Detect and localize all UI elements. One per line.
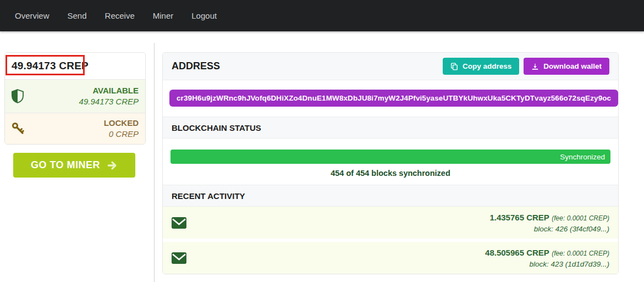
- download-icon: [531, 63, 539, 70]
- nav-item-logout[interactable]: Logout: [191, 7, 217, 25]
- activity-list: 1.435765 CREP (fee: 0.0001 CREP) block: …: [163, 207, 618, 274]
- balance-row: 49.94173 CREP: [5, 53, 145, 79]
- locked-label: LOCKED: [104, 118, 139, 129]
- go-to-miner-label: GO TO MINER: [31, 159, 100, 171]
- sync-caption: 454 of 454 blocks synchronized: [170, 169, 610, 178]
- envelope-icon: [172, 252, 186, 264]
- arrow-right-icon: [107, 160, 118, 171]
- available-value: 49.94173 CREP: [79, 96, 139, 107]
- activity-block: block: 426 (3f4cf049...): [489, 224, 609, 235]
- blockchain-section-header: BLOCKCHAIN STATUS: [163, 117, 618, 139]
- address-title: ADDRESS: [172, 60, 220, 72]
- copy-address-label: Copy address: [463, 62, 511, 70]
- activity-fee: (fee: 0.0001 CREP): [552, 250, 609, 257]
- activity-row[interactable]: 1.435765 CREP (fee: 0.0001 CREP) block: …: [163, 207, 618, 239]
- envelope-icon: [172, 217, 186, 229]
- activity-section-header: RECENT ACTIVITY: [163, 185, 618, 207]
- activity-row[interactable]: 48.505965 CREP (fee: 0.0001 CREP) block:…: [163, 242, 618, 274]
- wallet-summary-card: 49.94173 CREP AVAILABLE 49.94173 CREP: [4, 52, 146, 145]
- go-to-miner-button[interactable]: GO TO MINER: [13, 153, 135, 178]
- nav-item-receive[interactable]: Receive: [105, 7, 135, 25]
- copy-icon: [450, 63, 458, 70]
- download-wallet-button[interactable]: Download wallet: [524, 58, 609, 75]
- download-wallet-label: Download wallet: [543, 62, 602, 70]
- top-navbar: Overview Send Receive Miner Logout: [0, 0, 644, 31]
- copy-address-button[interactable]: Copy address: [443, 58, 519, 75]
- address-status-card: ADDRESS Copy address: [162, 52, 619, 274]
- activity-amount: 1.435765 CREP: [489, 213, 549, 222]
- activity-block: block: 423 (1d1d7d39...): [485, 259, 609, 270]
- nav-item-send[interactable]: Send: [68, 7, 87, 25]
- blockchain-title: BLOCKCHAIN STATUS: [172, 123, 261, 132]
- wallet-address-value[interactable]: cr39H6u9jzWRnc9hJVofq6DHiXZo4DnuE1MW8xDb…: [169, 90, 618, 107]
- activity-title: RECENT ACTIVITY: [172, 191, 245, 201]
- sync-progress-fill: Synchronized: [170, 150, 610, 164]
- locked-value: 0 CREP: [104, 129, 139, 140]
- address-body: cr39H6u9jzWRnc9hJVofq6DHiXZo4DnuE1MW8xDb…: [163, 80, 618, 117]
- key-icon: [12, 122, 28, 135]
- vertical-divider: [154, 43, 155, 282]
- activity-amount: 48.505965 CREP: [485, 248, 549, 257]
- nav-item-overview[interactable]: Overview: [15, 7, 49, 25]
- sync-progress-bar: Synchronized: [170, 150, 610, 164]
- shield-icon: [12, 89, 28, 103]
- sync-progress-label: Synchronized: [560, 153, 605, 161]
- nav-item-miner[interactable]: Miner: [153, 7, 174, 25]
- wallet-overview-page: Overview Send Receive Miner Logout 49.94…: [0, 0, 644, 282]
- available-funds-row: AVAILABLE 49.94173 CREP: [5, 79, 145, 113]
- locked-funds-row: LOCKED 0 CREP: [5, 113, 145, 144]
- available-label: AVAILABLE: [79, 85, 139, 96]
- blockchain-status-body: Synchronized 454 of 454 blocks synchroni…: [163, 139, 618, 185]
- balance-total: 49.94173 CREP: [12, 60, 89, 72]
- activity-fee: (fee: 0.0001 CREP): [552, 214, 609, 222]
- address-section-header: ADDRESS Copy address: [163, 53, 618, 80]
